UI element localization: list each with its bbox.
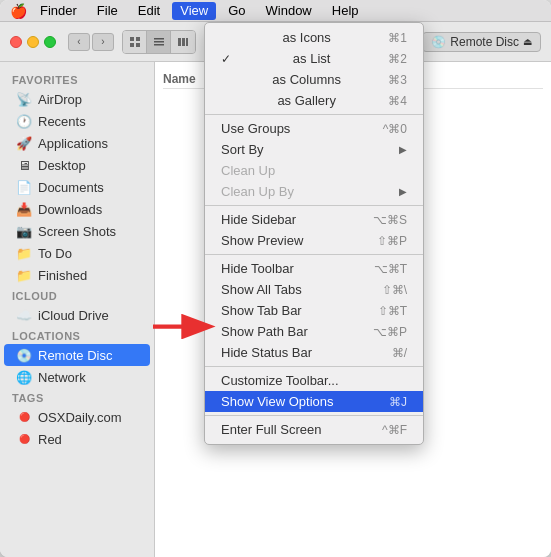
view-dropdown-menu: as Icons ⌘1 as List ⌘2 as Columns ⌘3 as …	[204, 22, 424, 445]
show-path-bar-label: Show Path Bar	[221, 324, 308, 339]
menu-as-list[interactable]: as List ⌘2	[205, 48, 423, 69]
menu-show-tab-bar[interactable]: Show Tab Bar ⇧⌘T	[205, 300, 423, 321]
as-columns-shortcut: ⌘3	[388, 73, 407, 87]
menu-show-all-tabs[interactable]: Show All Tabs ⇧⌘\	[205, 279, 423, 300]
menu-show-path-bar[interactable]: Show Path Bar ⌥⌘P	[205, 321, 423, 342]
menu-overlay: as Icons ⌘1 as List ⌘2 as Columns ⌘3 as …	[0, 0, 551, 557]
menu-hide-sidebar[interactable]: Hide Sidebar ⌥⌘S	[205, 209, 423, 230]
separator-4	[205, 366, 423, 367]
customize-toolbar-label: Customize Toolbar...	[221, 373, 339, 388]
menu-as-gallery[interactable]: as Gallery ⌘4	[205, 90, 423, 111]
show-tab-bar-label: Show Tab Bar	[221, 303, 302, 318]
separator-1	[205, 114, 423, 115]
show-all-tabs-shortcut: ⇧⌘\	[382, 283, 407, 297]
menu-customize-toolbar[interactable]: Customize Toolbar...	[205, 370, 423, 391]
as-gallery-shortcut: ⌘4	[388, 94, 407, 108]
show-path-bar-shortcut: ⌥⌘P	[373, 325, 407, 339]
menu-enter-full-screen[interactable]: Enter Full Screen ^⌘F	[205, 419, 423, 440]
enter-full-screen-shortcut: ^⌘F	[382, 423, 407, 437]
menu-as-icons[interactable]: as Icons ⌘1	[205, 27, 423, 48]
hide-toolbar-label: Hide Toolbar	[221, 261, 294, 276]
use-groups-shortcut: ^⌘0	[383, 122, 407, 136]
menu-clean-up-by: Clean Up By ▶	[205, 181, 423, 202]
menu-show-preview[interactable]: Show Preview ⇧⌘P	[205, 230, 423, 251]
as-list-label: as List	[293, 51, 331, 66]
show-all-tabs-label: Show All Tabs	[221, 282, 302, 297]
as-icons-shortcut: ⌘1	[388, 31, 407, 45]
show-preview-shortcut: ⇧⌘P	[377, 234, 407, 248]
show-preview-label: Show Preview	[221, 233, 303, 248]
clean-up-label: Clean Up	[221, 163, 275, 178]
menu-show-view-options[interactable]: Show View Options ⌘J	[205, 391, 423, 412]
as-gallery-label: as Gallery	[277, 93, 336, 108]
menu-clean-up: Clean Up	[205, 160, 423, 181]
separator-5	[205, 415, 423, 416]
annotation-arrow	[148, 312, 218, 342]
separator-3	[205, 254, 423, 255]
hide-sidebar-shortcut: ⌥⌘S	[373, 213, 407, 227]
hide-sidebar-label: Hide Sidebar	[221, 212, 296, 227]
menu-as-columns[interactable]: as Columns ⌘3	[205, 69, 423, 90]
menu-hide-status-bar[interactable]: Hide Status Bar ⌘/	[205, 342, 423, 363]
menu-sort-by[interactable]: Sort By ▶	[205, 139, 423, 160]
hide-status-bar-shortcut: ⌘/	[392, 346, 407, 360]
as-list-shortcut: ⌘2	[388, 52, 407, 66]
as-icons-label: as Icons	[282, 30, 330, 45]
as-columns-label: as Columns	[272, 72, 341, 87]
enter-full-screen-label: Enter Full Screen	[221, 422, 321, 437]
show-view-options-label: Show View Options	[221, 394, 334, 409]
use-groups-label: Use Groups	[221, 121, 290, 136]
menu-use-groups[interactable]: Use Groups ^⌘0	[205, 118, 423, 139]
hide-status-bar-label: Hide Status Bar	[221, 345, 312, 360]
sort-by-label: Sort By	[221, 142, 264, 157]
show-tab-bar-shortcut: ⇧⌘T	[378, 304, 407, 318]
clean-up-by-label: Clean Up By	[221, 184, 294, 199]
show-view-options-shortcut: ⌘J	[389, 395, 407, 409]
separator-2	[205, 205, 423, 206]
clean-up-by-arrow: ▶	[399, 186, 407, 197]
sort-by-arrow: ▶	[399, 144, 407, 155]
hide-toolbar-shortcut: ⌥⌘T	[374, 262, 407, 276]
menu-hide-toolbar[interactable]: Hide Toolbar ⌥⌘T	[205, 258, 423, 279]
